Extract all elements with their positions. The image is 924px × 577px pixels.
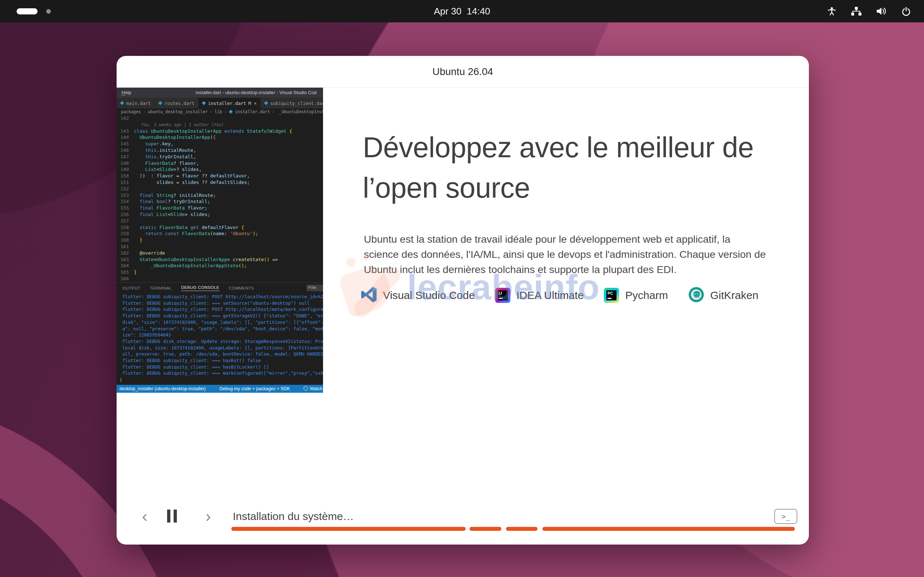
code-line: 164 _UbuntuDesktopInstallerAppState(); [116, 263, 323, 269]
dart-file-icon [264, 102, 268, 105]
console-line: flutter: DEBUG subiquity_client: === has… [122, 364, 323, 371]
console-prompt: ⟩ [120, 377, 122, 383]
terminal-icon: >_ [782, 513, 790, 521]
editor-tab: installer.dartM× [199, 98, 260, 108]
idea-icon: IJ [495, 288, 510, 303]
gitkraken-icon [688, 287, 704, 304]
code-line: 162 @override [116, 250, 323, 256]
code-line: 143class UbuntuDesktopInstallerApp exten… [116, 128, 323, 134]
code-line: 158 static FlavorData get defaultFlavor … [116, 224, 323, 231]
slide-body: Ubuntu est la station de travail idéale … [364, 232, 767, 277]
panel-tab: TERMINAL [150, 286, 172, 290]
app-logos-row: Visual Studio Code IJ IDEA Ultimate PC P… [361, 287, 758, 304]
breadcrumb-item: lib [215, 109, 222, 114]
panel-tab: COMMENTS [229, 286, 254, 290]
app-label: Pycharm [625, 289, 668, 301]
console-line: a": null, "preserve": true, "path": "/de… [122, 326, 323, 332]
console-line: flutter: DEBUG subiquity_client: === set… [122, 300, 323, 306]
vscode-debug-console: flutter: DEBUG subiquity_client: POST ht… [116, 293, 323, 377]
code-line: 154 final bool? tryOrInstall; [116, 198, 323, 205]
dart-file-icon [202, 102, 206, 105]
pycharm-icon: PC [604, 288, 619, 303]
code-line: 148 FlavorData? flavor, [116, 160, 323, 167]
window-title: Ubuntu 26.04 [432, 66, 493, 77]
watermark-crab-shape [346, 258, 355, 267]
status-project: desktop_installer (ubuntu-desktop-instal… [120, 386, 206, 391]
code-line: 153 final String? initialRoute; [116, 192, 323, 199]
console-line: ull, preserve: true, path: /dev/sda, boo… [122, 351, 323, 357]
panel-tab: DEBUG CONSOLE [181, 285, 220, 291]
code-line: 166 [116, 276, 323, 282]
console-line: flutter: DEBUG subiquity_client: === has… [122, 357, 323, 364]
progress-segment [470, 527, 501, 531]
code-line: 159 return const FlavorData(name: 'Ubunt… [116, 230, 323, 237]
code-line: 152 [116, 186, 323, 192]
previous-slide-button[interactable]: ‹ [135, 507, 154, 525]
vscode-help-menu: Help [122, 90, 131, 95]
app-item-pycharm: PC Pycharm [604, 288, 668, 303]
installer-window: Ubuntu 26.04 Help installer.dart - ubunt… [116, 56, 809, 545]
status-debug-config: Debug my code + packages + SDK [220, 386, 290, 391]
code-line: 157 [116, 218, 323, 224]
progress-segment [543, 527, 795, 531]
console-filter-input: Filte [307, 285, 323, 292]
console-line: flutter: DEBUG subiquity_client: POST ht… [122, 306, 323, 313]
editor-tab: main.dart [116, 98, 155, 108]
volume-icon[interactable] [876, 6, 887, 16]
code-line: 142 [116, 115, 323, 121]
code-line: 144 UbuntuDesktopInstallerApp({ [116, 134, 323, 141]
vscode-window-title: installer.dart - ubuntu-desktop-installe… [195, 90, 317, 95]
console-line: ize": 12885950464} [122, 332, 323, 338]
dart-file-icon [120, 102, 124, 105]
code-line: 156 final List<Slide> slides; [116, 211, 323, 218]
breadcrumb-item: ubuntu_desktop_installer [148, 109, 208, 114]
breadcrumb-item: _UbuntuDesktopInstallerAppStat [279, 109, 323, 114]
window-header: Ubuntu 26.04 [116, 56, 809, 88]
vscode-tab-bar: main.dartroutes.dartinstaller.dartM×subi… [116, 98, 323, 108]
vscode-titlebar: Help installer.dart - ubuntu-desktop-ins… [116, 88, 323, 98]
vscode-status-bar: desktop_installer (ubuntu-desktop-instal… [116, 385, 323, 393]
breadcrumb-item: installer.dart [235, 109, 270, 114]
accessibility-icon[interactable] [827, 6, 837, 16]
power-icon[interactable] [901, 6, 911, 16]
system-tray[interactable] [827, 0, 911, 23]
vscode-panel-tabs: OUTPUTTERMINALDEBUG CONSOLECOMMENTSFilte [116, 283, 323, 293]
next-slide-button[interactable]: › [199, 507, 218, 525]
clock[interactable]: Apr 30 14:40 [0, 0, 924, 23]
code-line: You, 3 weeks ago | 1 author (You) [116, 121, 323, 128]
vscode-icon [361, 287, 377, 304]
console-line: local disk, size: 107374182400, usageLab… [122, 345, 323, 351]
network-wired-icon[interactable] [851, 7, 861, 16]
console-line: flutter: DEBUG disk_storage: Update stor… [122, 338, 323, 345]
vscode-editor: 142 You, 3 weeks ago | 1 author (You)143… [116, 115, 323, 282]
app-label: GitKraken [710, 289, 758, 301]
top-bar: Apr 30 14:40 [0, 0, 924, 23]
editor-tab: routes.dart [155, 98, 198, 108]
code-line: 151 slides = slides ?? defaultSlides; [116, 179, 323, 186]
pause-slideshow-button[interactable] [167, 509, 179, 522]
dart-file-icon [158, 102, 162, 105]
install-status-text: Installation du système… [233, 510, 354, 522]
status-watch: Watch [304, 386, 322, 391]
code-line: 146 this.initialRoute, [116, 147, 323, 154]
terminal-log-button[interactable]: >_ [774, 509, 797, 524]
console-line: flutter: DEBUG subiquity_client: === get… [122, 313, 323, 319]
console-line: flutter: DEBUG subiquity_client: POST ht… [122, 293, 323, 300]
console-line: disk", "size": 107374182400, "usage_labe… [122, 319, 323, 326]
app-item-gitkraken: GitKraken [688, 287, 758, 304]
console-line: flutter: DEBUG subiquity_client: === mar… [122, 370, 323, 377]
progress-segment [231, 527, 465, 531]
editor-tab: subiquity_client.dart [261, 98, 323, 108]
code-line: 165} [116, 269, 323, 276]
vscode-screenshot: Help installer.dart - ubuntu-desktop-ins… [116, 88, 323, 393]
vscode-breadcrumb: packages›ubuntu_desktop_installer›lib›in… [116, 108, 323, 115]
panel-tab: OUTPUT [122, 286, 141, 290]
install-progress-bar [231, 527, 795, 531]
dart-file-icon [229, 110, 233, 114]
app-label: Visual Studio Code [383, 289, 475, 301]
progress-segment [506, 527, 538, 531]
code-line: 145 super.key, [116, 141, 323, 147]
app-item-vscode: Visual Studio Code [361, 287, 475, 304]
app-item-idea: IJ IDEA Ultimate [495, 288, 584, 303]
code-line: 161 [116, 243, 323, 250]
